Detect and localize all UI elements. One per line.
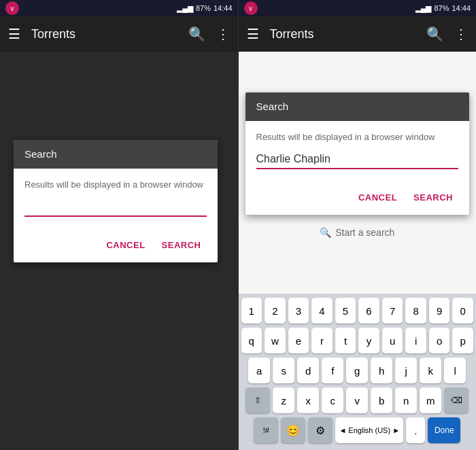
symbols-key[interactable]: !# — [254, 417, 278, 443]
status-bar-left: v ▂▄▆ 87% 14:44 — [0, 0, 238, 16]
start-search-row[interactable]: 🔍 Start a search — [239, 227, 477, 238]
key-b[interactable]: b — [371, 387, 392, 413]
key-g[interactable]: g — [346, 358, 368, 383]
time-right: 14:44 — [452, 4, 471, 12]
key-7[interactable]: 7 — [382, 298, 403, 324]
dialog-hint-left: Results will be displayed in a browser w… — [24, 179, 207, 190]
period-key[interactable]: . — [406, 417, 425, 443]
key-a[interactable]: a — [248, 358, 270, 383]
keyboard-row-numbers: 1 2 3 4 5 6 7 8 9 0 — [241, 298, 474, 324]
key-w[interactable]: w — [265, 328, 286, 353]
key-t[interactable]: t — [335, 328, 356, 353]
signal-icon-right: ▂▄▆ — [415, 4, 432, 13]
space-key[interactable]: ◄ English (US) ► — [335, 417, 403, 443]
app-bar-left: ☰ Torrents 🔍 ⋮ — [0, 16, 238, 52]
key-n[interactable]: n — [395, 387, 417, 413]
menu-icon-left[interactable]: ☰ — [8, 26, 20, 42]
app-title-left: Torrents — [31, 27, 177, 41]
main-content-left: Search Results will be displayed in a br… — [0, 52, 238, 450]
key-r[interactable]: r — [311, 328, 333, 353]
done-key[interactable]: Done — [428, 417, 460, 443]
key-9[interactable]: 9 — [429, 298, 450, 324]
more-icon-right[interactable]: ⋮ — [454, 26, 468, 42]
key-v[interactable]: v — [346, 387, 368, 413]
keyboard-row-bottom: !# 😊 ⚙ ◄ English (US) ► . Done — [241, 417, 474, 443]
key-i[interactable]: i — [405, 328, 426, 353]
keyboard-row-zxcv: ⇧ z x c v b n m ⌫ — [241, 387, 474, 413]
dialog-hint-right: Results will be displayed in a browser w… — [256, 132, 459, 142]
key-j[interactable]: j — [395, 358, 417, 383]
dialog-title-left: Search — [24, 148, 57, 160]
dialog-actions-left: CANCEL SEARCH — [14, 228, 218, 262]
shift-key[interactable]: ⇧ — [245, 387, 270, 413]
search-button-left[interactable]: SEARCH — [156, 236, 207, 254]
key-z[interactable]: z — [273, 387, 294, 413]
dialog-title-right: Search — [256, 101, 289, 112]
battery-right: 87% — [434, 4, 449, 12]
settings-key[interactable]: ⚙ — [308, 417, 333, 443]
backspace-key[interactable]: ⌫ — [444, 387, 469, 413]
key-3[interactable]: 3 — [288, 298, 309, 324]
search-magnifier-icon: 🔍 — [320, 227, 331, 238]
key-6[interactable]: 6 — [358, 298, 379, 324]
dialog-actions-right: CANCEL SEARCH — [245, 180, 470, 215]
time-left: 14:44 — [214, 4, 233, 12]
cancel-button-right[interactable]: CANCEL — [353, 188, 403, 207]
key-h[interactable]: h — [371, 358, 392, 383]
key-5[interactable]: 5 — [335, 298, 356, 324]
keyboard: 1 2 3 4 5 6 7 8 9 0 q w e r t y u i o p … — [239, 294, 477, 450]
dialog-body-right: Results will be displayed in a browser w… — [245, 121, 470, 180]
app-logo-left: v — [5, 1, 19, 15]
search-input-left[interactable] — [24, 198, 207, 217]
search-button-right[interactable]: SEARCH — [408, 188, 458, 207]
key-o[interactable]: o — [429, 328, 450, 353]
key-x[interactable]: x — [297, 387, 319, 413]
key-s[interactable]: s — [273, 358, 294, 383]
search-dialog-right: Search Results will be displayed in a br… — [245, 92, 470, 215]
key-1[interactable]: 1 — [241, 298, 262, 324]
emoji-key[interactable]: 😊 — [281, 417, 305, 443]
start-search-label: Start a search — [335, 227, 394, 238]
key-u[interactable]: u — [382, 328, 403, 353]
cancel-button-left[interactable]: CANCEL — [101, 236, 150, 254]
right-phone-panel: v ▂▄▆ 87% 14:44 ☰ Torrents 🔍 ⋮ Search Re… — [239, 0, 477, 450]
key-m[interactable]: m — [420, 387, 441, 413]
key-8[interactable]: 8 — [405, 298, 426, 324]
more-icon-left[interactable]: ⋮ — [216, 26, 230, 42]
battery-left: 87% — [196, 4, 211, 12]
dialog-title-bar-right: Search — [245, 92, 470, 121]
status-bar-right: v ▂▄▆ 87% 14:44 — [239, 0, 477, 16]
keyboard-row-asdf: a s d f g h j k l — [241, 358, 474, 383]
app-logo-right: v — [244, 1, 258, 15]
app-bar-right: ☰ Torrents 🔍 ⋮ — [239, 16, 477, 52]
app-title-right: Torrents — [270, 27, 416, 41]
signal-icon-left: ▂▄▆ — [177, 4, 193, 13]
keyboard-row-qwerty: q w e r t y u i o p — [241, 328, 474, 353]
dialog-title-bar-left: Search — [14, 140, 218, 169]
main-content-right: Search Results will be displayed in a br… — [239, 52, 477, 294]
key-2[interactable]: 2 — [265, 298, 286, 324]
menu-icon-right[interactable]: ☰ — [247, 26, 259, 42]
dialog-body-left: Results will be displayed in a browser w… — [14, 169, 218, 228]
key-0[interactable]: 0 — [452, 298, 473, 324]
key-k[interactable]: k — [420, 358, 441, 383]
key-e[interactable]: e — [288, 328, 309, 353]
search-dialog-left: Search Results will be displayed in a br… — [14, 140, 218, 262]
search-icon-left[interactable]: 🔍 — [188, 26, 205, 42]
key-4[interactable]: 4 — [311, 298, 333, 324]
key-d[interactable]: d — [297, 358, 319, 383]
key-p[interactable]: p — [452, 328, 473, 353]
key-l[interactable]: l — [444, 358, 466, 383]
key-f[interactable]: f — [322, 358, 343, 383]
key-q[interactable]: q — [241, 328, 262, 353]
key-c[interactable]: c — [322, 387, 343, 413]
left-phone-panel: v ▂▄▆ 87% 14:44 ☰ Torrents 🔍 ⋮ Search Re… — [0, 0, 238, 450]
search-icon-right[interactable]: 🔍 — [426, 26, 443, 42]
search-input-right[interactable] — [256, 150, 459, 169]
key-y[interactable]: y — [358, 328, 379, 353]
